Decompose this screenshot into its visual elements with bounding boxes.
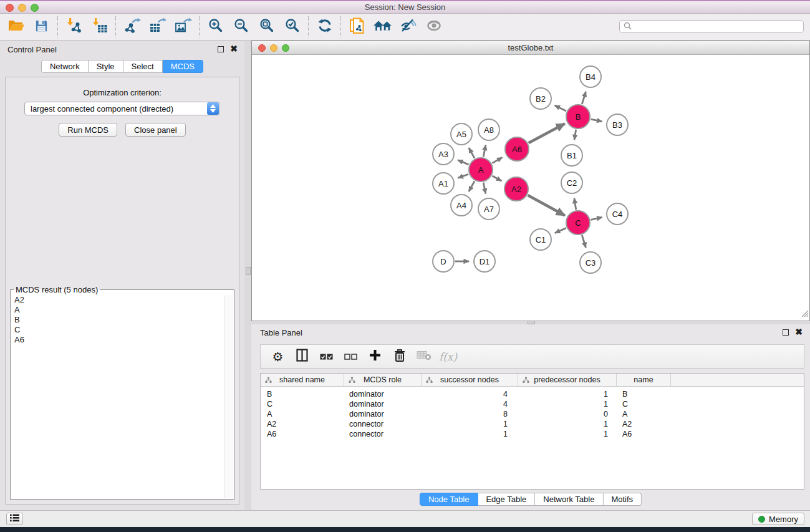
table-cell[interactable]: 1	[422, 430, 518, 438]
table-cell[interactable]: B	[261, 390, 344, 399]
table-cell[interactable]: C	[617, 400, 671, 409]
table-cell[interactable]: A6	[617, 430, 671, 438]
table-cell[interactable]: dominator	[344, 400, 422, 409]
graph-node-C2[interactable]: C2	[561, 172, 582, 193]
vertical-split-handle[interactable]	[246, 267, 251, 275]
mcds-result-item[interactable]: A6	[14, 335, 221, 345]
table-row[interactable]: Cdominator41C	[261, 399, 804, 409]
table-cell[interactable]: dominator	[344, 390, 422, 399]
graph-node-C3[interactable]: C3	[580, 252, 601, 273]
tab-select[interactable]: Select	[123, 60, 163, 73]
tab-network[interactable]: Network	[41, 60, 89, 73]
close-window-icon[interactable]	[6, 4, 14, 12]
network-window-titlebar[interactable]: testGlobe.txt	[252, 41, 809, 55]
memory-button[interactable]: Memory	[752, 513, 804, 525]
open-file-button[interactable]	[3, 16, 29, 38]
minimize-window-icon[interactable]	[18, 4, 26, 12]
table-cell[interactable]: connector	[344, 430, 422, 438]
graph-node-B3[interactable]: B3	[607, 114, 628, 135]
export-image-button[interactable]	[170, 16, 196, 38]
home-button[interactable]	[370, 16, 395, 38]
export-table-button[interactable]	[145, 16, 170, 38]
table-row[interactable]: A6connector11A6	[261, 429, 804, 439]
graph-node-B[interactable]: B	[566, 105, 590, 128]
show-graphics-button[interactable]	[421, 16, 446, 38]
import-network-button[interactable]	[61, 16, 87, 38]
hide-graphics-button[interactable]	[395, 16, 421, 38]
table-cell[interactable]: A2	[261, 420, 344, 428]
graph-node-A2[interactable]: A2	[504, 177, 528, 201]
graph-node-C1[interactable]: C1	[530, 229, 551, 250]
zoom-selected-button[interactable]	[279, 16, 305, 38]
delete-table-button[interactable]	[412, 347, 436, 366]
network-graph[interactable]: B4B2BB3A5A8A6A3B1AA1C2A2A4A7C4CC1C3DD1	[252, 55, 809, 321]
table-row[interactable]: A2connector11A2	[261, 419, 804, 429]
tab-node-table[interactable]: Node Table	[420, 493, 478, 506]
save-session-button[interactable]	[29, 16, 54, 38]
table-cell[interactable]: A6	[261, 430, 344, 438]
graph-node-C4[interactable]: C4	[607, 203, 628, 225]
table-cell[interactable]: B	[617, 390, 671, 399]
close-panel-icon[interactable]: ✖	[230, 46, 238, 52]
graph-node-A1[interactable]: A1	[433, 173, 454, 194]
table-row[interactable]: Adominator80A	[261, 409, 804, 419]
column-header-successor-nodes[interactable]: successor nodes	[422, 374, 518, 386]
float-table-panel-icon[interactable]	[783, 329, 789, 336]
mcds-result-item[interactable]: C	[14, 325, 221, 335]
mcds-result-item[interactable]: A2	[14, 295, 221, 305]
network-zoom-icon[interactable]	[282, 44, 289, 52]
column-header-name[interactable]: name	[617, 374, 671, 386]
table-cell[interactable]: 0	[518, 410, 617, 418]
duplicate-network-button[interactable]	[344, 16, 370, 38]
mcds-list-scrollbar[interactable]	[224, 295, 233, 498]
select-stepper-icon[interactable]	[207, 102, 219, 115]
select-all-button[interactable]	[314, 347, 339, 366]
import-table-button[interactable]	[87, 16, 112, 38]
graph-node-C[interactable]: C	[566, 211, 590, 235]
toggle-column-panel-button[interactable]	[290, 347, 314, 366]
delete-column-button[interactable]	[387, 347, 412, 366]
export-network-button[interactable]	[119, 16, 145, 38]
table-cell[interactable]: 4	[422, 400, 518, 409]
tab-mcds[interactable]: MCDS	[163, 60, 203, 73]
table-cell[interactable]: 1	[518, 400, 617, 409]
toolbar-search[interactable]	[619, 20, 804, 33]
tab-network-table[interactable]: Network Table	[535, 493, 603, 506]
refresh-button[interactable]	[312, 16, 337, 38]
table-cell[interactable]: 8	[422, 410, 518, 418]
table-cell[interactable]: 1	[518, 420, 617, 428]
table-cell[interactable]: A	[617, 410, 671, 418]
graph-node-A7[interactable]: A7	[478, 198, 499, 220]
column-header-predecessor-nodes[interactable]: predecessor nodes	[518, 374, 617, 386]
close-table-panel-icon[interactable]: ✖	[795, 329, 803, 336]
graph-node-A[interactable]: A	[469, 158, 493, 181]
graph-node-B1[interactable]: B1	[561, 145, 582, 166]
table-settings-button[interactable]: ⚙	[266, 347, 290, 366]
add-column-button[interactable]	[363, 347, 387, 366]
graph-node-A5[interactable]: A5	[451, 123, 472, 145]
close-panel-button[interactable]: Close panel	[125, 123, 186, 137]
tab-motifs[interactable]: Motifs	[603, 493, 642, 506]
graph-node-D1[interactable]: D1	[474, 251, 495, 272]
table-cell[interactable]: 4	[422, 390, 518, 399]
task-history-button[interactable]	[6, 513, 23, 525]
table-cell[interactable]: 1	[422, 420, 518, 428]
graph-node-B2[interactable]: B2	[530, 88, 551, 109]
function-builder-button[interactable]: f(x)	[436, 347, 460, 366]
graph-node-A6[interactable]: A6	[505, 137, 529, 161]
float-panel-icon[interactable]	[218, 46, 224, 52]
zoom-window-icon[interactable]	[31, 4, 39, 12]
window-resize-grip[interactable]	[800, 309, 809, 320]
table-row[interactable]: Bdominator41B	[261, 389, 804, 399]
zoom-out-button[interactable]	[228, 16, 254, 38]
criterion-select[interactable]: largest connected component (directed)	[24, 102, 220, 115]
zoom-in-button[interactable]	[203, 16, 228, 38]
graph-node-B4[interactable]: B4	[580, 66, 601, 87]
network-close-icon[interactable]	[258, 44, 266, 52]
mcds-result-item[interactable]: B	[14, 315, 221, 325]
tab-style[interactable]: Style	[89, 60, 123, 73]
mcds-result-item[interactable]: A	[14, 305, 221, 315]
deselect-all-button[interactable]	[339, 347, 363, 366]
graph-node-A4[interactable]: A4	[451, 195, 472, 216]
table-cell[interactable]: 1	[518, 430, 617, 438]
